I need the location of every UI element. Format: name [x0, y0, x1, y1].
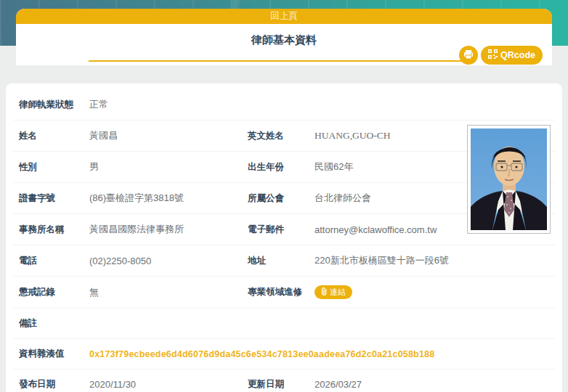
field-label: 電子郵件	[248, 224, 315, 236]
email-value: attorney@kclawoffice.com.tw	[315, 224, 437, 235]
lawyer-info-card: 律師執業狀態 正常 姓名 黃國昌 英文姓名 HUANG,GUO-CH 性別 男 …	[6, 83, 562, 392]
field-label: 出生年份	[248, 161, 315, 173]
field-value: 男	[89, 160, 99, 173]
qrcode-button[interactable]: QRcode	[481, 46, 543, 65]
printer-icon	[463, 49, 474, 62]
paperclip-icon	[321, 287, 328, 297]
row-data-hash: 資料雜湊值 0x173f79ecbeede6d4d6076d9da45c6e53…	[13, 339, 555, 369]
field-value: 220新北市板橋區雙十路一段6號	[315, 254, 449, 267]
row-discipline-training: 懲戒記錄 無 專業領域進修 連結	[13, 277, 555, 309]
print-button[interactable]	[459, 46, 478, 65]
row-practice-status: 律師執業狀態 正常	[13, 89, 555, 121]
header-buttons: QRcode	[459, 46, 543, 65]
field-value: 黃國昌國際法律事務所	[89, 223, 184, 236]
field-value: 台北律師公會	[315, 192, 371, 205]
field-label: 所屬公會	[248, 192, 315, 205]
field-label: 資料雜湊值	[19, 348, 89, 360]
back-button[interactable]: 回上頁	[16, 9, 552, 24]
training-link-label: 連結	[330, 287, 346, 298]
field-value: (02)2250-8050	[89, 256, 151, 266]
field-label: 地址	[248, 255, 315, 267]
field-label: 性別	[19, 161, 89, 173]
field-label: 姓名	[19, 130, 89, 142]
field-label: 懲戒記錄	[19, 286, 89, 298]
field-label: 英文姓名	[248, 130, 315, 142]
field-label: 事務所名稱	[19, 224, 89, 236]
field-value: 正常	[89, 98, 108, 111]
field-value: 2026/03/27	[315, 379, 362, 390]
field-value: 黃國昌	[89, 129, 118, 142]
header-card: 回上頁 律師基本資料 QRcode	[16, 9, 552, 65]
field-value: 2020/11/30	[89, 379, 136, 390]
lawyer-photo	[467, 125, 551, 234]
field-label: 發布日期	[19, 378, 89, 391]
field-label: 專業領域進修	[248, 286, 315, 298]
back-button-label: 回上頁	[270, 10, 298, 23]
qrcode-icon	[488, 49, 498, 61]
row-remarks: 備註	[13, 309, 555, 339]
field-label: 證書字號	[19, 192, 89, 205]
field-label: 電話	[19, 255, 89, 267]
field-value: HUANG,GUO-CH	[315, 130, 391, 142]
qrcode-button-label: QRcode	[500, 50, 535, 60]
title-underline	[89, 60, 476, 62]
field-label: 律師執業狀態	[19, 99, 89, 111]
field-label: 更新日期	[248, 378, 315, 391]
row-dates: 發布日期 2020/11/30 更新日期 2026/03/27	[13, 369, 555, 392]
field-label: 備註	[19, 317, 89, 330]
data-hash-value: 0x173f79ecbeede6d4d6076d9da45c6e534c7813…	[89, 349, 434, 359]
field-value: (86)臺檢證字第3818號	[89, 192, 184, 205]
field-value: 無	[89, 286, 99, 299]
training-link-button[interactable]: 連結	[315, 285, 352, 299]
field-value: 民國62年	[315, 160, 353, 173]
row-phone-address: 電話 (02)2250-8050 地址 220新北市板橋區雙十路一段6號	[13, 245, 555, 277]
